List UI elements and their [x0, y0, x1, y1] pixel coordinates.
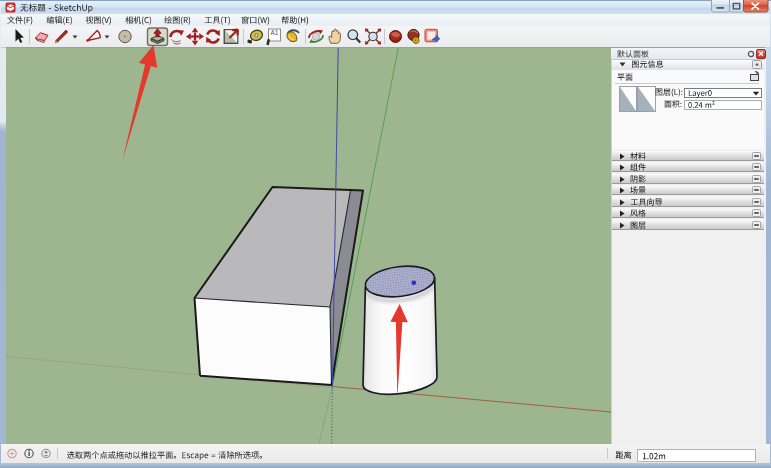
svg-text:A1: A1 — [271, 29, 279, 36]
